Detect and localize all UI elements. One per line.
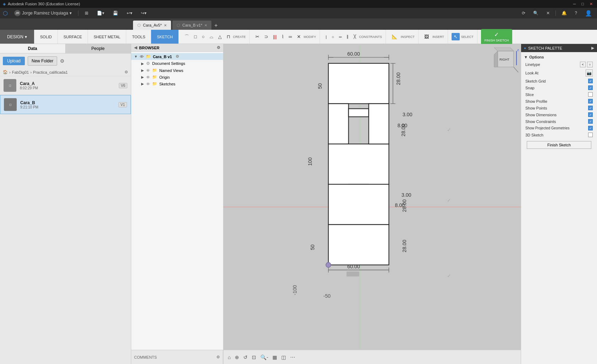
view-home-button[interactable]: ⌂ bbox=[226, 354, 232, 361]
file-item-cara-a[interactable]: ◻ Cara_A 8:02:29 PM V6 bbox=[0, 76, 131, 95]
root-expand-icon[interactable]: ▼ bbox=[134, 55, 138, 58]
browser-item-doc-settings[interactable]: ▶ ⚙ Document Settings bbox=[138, 60, 223, 67]
inspect-button[interactable]: 📐 bbox=[389, 33, 399, 40]
maximize-button[interactable]: □ bbox=[580, 2, 585, 6]
sheet-metal-button[interactable]: SHEET METAL bbox=[92, 34, 122, 40]
close-button[interactable]: ✕ bbox=[588, 2, 594, 6]
tab-cara-bv1[interactable]: ⬡ Cara_B v1* ✕ bbox=[172, 21, 211, 30]
design-button[interactable]: DESIGN ▾ bbox=[4, 33, 31, 41]
save-menu[interactable]: 💾 bbox=[111, 10, 120, 16]
offset-button[interactable]: ||| bbox=[271, 33, 279, 40]
comments-settings-icon[interactable]: ⚙ bbox=[216, 355, 220, 359]
insert-button[interactable]: 🖼 bbox=[422, 33, 431, 40]
finish-sketch-button[interactable]: ✓ FINISH SKETCH bbox=[481, 29, 513, 44]
origin-eye-icon[interactable]: 👁 bbox=[146, 75, 150, 79]
slice-checkbox[interactable] bbox=[588, 92, 593, 97]
new-file-menu[interactable]: 📄▾ bbox=[95, 10, 106, 16]
view-zoom-fit-button[interactable]: ⊡ bbox=[250, 354, 258, 361]
tab-close-button2[interactable]: ✕ bbox=[204, 23, 207, 27]
extend-button[interactable]: ⊃ bbox=[262, 33, 270, 40]
look-at-icon[interactable]: 📷 bbox=[586, 69, 593, 77]
line-tool-button[interactable]: ⌒ bbox=[182, 33, 191, 41]
browser-item-named-views[interactable]: ▶ 👁 📁 Named Views bbox=[138, 67, 223, 74]
sketches-expand-icon[interactable]: ▶ bbox=[141, 82, 144, 86]
browser-item-sketches[interactable]: ▶ 👁 📁 Sketches bbox=[138, 80, 223, 87]
select-button[interactable]: ↖ bbox=[452, 33, 460, 40]
solid-button[interactable]: SOLID bbox=[38, 34, 54, 40]
constraint4-button[interactable]: ∥ bbox=[344, 33, 351, 40]
named-views-eye-icon[interactable]: 👁 bbox=[146, 68, 150, 73]
sketch-grid-checkbox[interactable] bbox=[588, 79, 593, 83]
collinear-button[interactable]: ○ bbox=[330, 34, 336, 40]
linetype-chevron-icon[interactable]: < bbox=[580, 62, 586, 67]
pattern-button[interactable]: ═ bbox=[287, 33, 294, 40]
user-account-icon[interactable]: 👤 bbox=[583, 9, 594, 17]
breadcrumb-practica[interactable]: Practica_calificada1 bbox=[33, 70, 68, 74]
breadcrumb-settings-icon[interactable]: ⚙ bbox=[125, 70, 128, 74]
notifications-icon[interactable]: 🔔 bbox=[559, 10, 569, 16]
sidebar-tab-data[interactable]: Data bbox=[0, 44, 66, 53]
browser-collapse-icon[interactable]: ◀ bbox=[134, 45, 137, 50]
surface-button[interactable]: SURFACE bbox=[61, 34, 84, 40]
polygon-tool-button[interactable]: △ bbox=[216, 33, 224, 40]
palette-finish-sketch-button[interactable]: Finish Sketch bbox=[527, 141, 591, 149]
browser-settings-icon[interactable]: ⚙ bbox=[217, 45, 220, 50]
modify-close-button[interactable]: ✕ bbox=[295, 33, 303, 40]
display-mode-button[interactable]: ▦ bbox=[271, 354, 278, 361]
show-profile-checkbox[interactable] bbox=[588, 99, 593, 103]
origin-expand-icon[interactable]: ▶ bbox=[141, 75, 144, 79]
undo-menu[interactable]: ↩▾ bbox=[125, 10, 134, 16]
view-orbit-button[interactable]: ↺ bbox=[242, 354, 249, 361]
sidebar-tab-people[interactable]: People bbox=[66, 44, 131, 53]
show-points-checkbox[interactable] bbox=[588, 106, 593, 110]
root-eye-icon[interactable]: 👁 bbox=[140, 55, 144, 59]
show-dimensions-checkbox[interactable] bbox=[588, 112, 593, 117]
sketches-eye-icon[interactable]: 👁 bbox=[146, 82, 150, 86]
show-constraints-checkbox[interactable] bbox=[588, 119, 593, 124]
sketch-button[interactable]: SKETCH bbox=[155, 34, 175, 40]
slot-tool-button[interactable]: ⊓ bbox=[225, 33, 232, 40]
circle-tool-button[interactable]: ○ bbox=[200, 33, 207, 40]
redo-menu[interactable]: ↪▾ bbox=[139, 10, 149, 16]
help-icon[interactable]: ? bbox=[573, 10, 579, 16]
new-folder-button[interactable]: New Folder bbox=[28, 56, 57, 66]
user-menu[interactable]: JR Jorge Ramirez Urquiaga ▾ bbox=[12, 9, 74, 17]
palette-collapse-icon[interactable]: ▶ bbox=[591, 46, 594, 50]
search-button[interactable]: 🔍 bbox=[531, 10, 541, 16]
upload-button[interactable]: Upload bbox=[3, 57, 25, 65]
constraint5-button[interactable]: ╳ bbox=[352, 33, 358, 40]
sidebar-settings-icon[interactable]: ⚙ bbox=[60, 58, 65, 64]
view-fit-button[interactable]: ⊕ bbox=[233, 354, 241, 361]
named-views-expand-icon[interactable]: ▶ bbox=[141, 68, 144, 72]
coincident-button[interactable]: | bbox=[324, 34, 329, 40]
refresh-button[interactable]: ⟳ bbox=[520, 10, 527, 16]
new-tab-button[interactable]: + bbox=[211, 21, 220, 30]
mirror-button[interactable]: ⌇ bbox=[280, 33, 286, 40]
constraint3-button[interactable]: ═ bbox=[337, 34, 344, 40]
tools-button[interactable]: TOOLS bbox=[130, 34, 147, 40]
palette-options-title[interactable]: ▼ Options bbox=[524, 54, 594, 61]
minimize-button[interactable]: ─ bbox=[572, 2, 577, 6]
file-version-cara-a[interactable]: V6 bbox=[119, 83, 127, 88]
home-icon[interactable]: 🏠 bbox=[3, 70, 8, 74]
show-projected-checkbox[interactable] bbox=[588, 126, 593, 130]
doc-settings-expand-icon[interactable]: ▶ bbox=[141, 62, 144, 66]
tab-cara-av5[interactable]: ⬡ Cara_Av5* ✕ bbox=[133, 21, 171, 30]
arc-tool-button[interactable]: ⌓ bbox=[208, 33, 215, 41]
linetype-circle-icon[interactable]: ○ bbox=[587, 62, 593, 67]
snap-checkbox[interactable] bbox=[588, 85, 593, 90]
file-item-cara-b[interactable]: ◻ Cara_B 9:21:10 PM V1 bbox=[0, 95, 131, 114]
3d-sketch-checkbox[interactable] bbox=[588, 133, 593, 137]
tab-close-button[interactable]: ✕ bbox=[164, 23, 167, 27]
rect-tool-button[interactable]: □ bbox=[192, 33, 199, 40]
browser-item-origin[interactable]: ▶ 👁 📁 Origin bbox=[138, 74, 223, 80]
browser-root-item[interactable]: ▼ 👁 📁 Cara_B v1 ⚙ bbox=[131, 53, 223, 60]
close-menu-button[interactable]: ✕ bbox=[544, 10, 552, 16]
breadcrumb-fabdig01[interactable]: FabDig01 bbox=[12, 70, 29, 74]
more-options-button[interactable]: ⋯ bbox=[289, 354, 297, 361]
visual-style-button[interactable]: ◫ bbox=[280, 354, 287, 361]
file-version-cara-b[interactable]: V1 bbox=[118, 102, 127, 107]
browser-root-settings-icon[interactable]: ⚙ bbox=[176, 54, 179, 59]
grid-menu[interactable]: ⊞ bbox=[83, 10, 90, 16]
trim-button[interactable]: ✂ bbox=[253, 33, 261, 40]
